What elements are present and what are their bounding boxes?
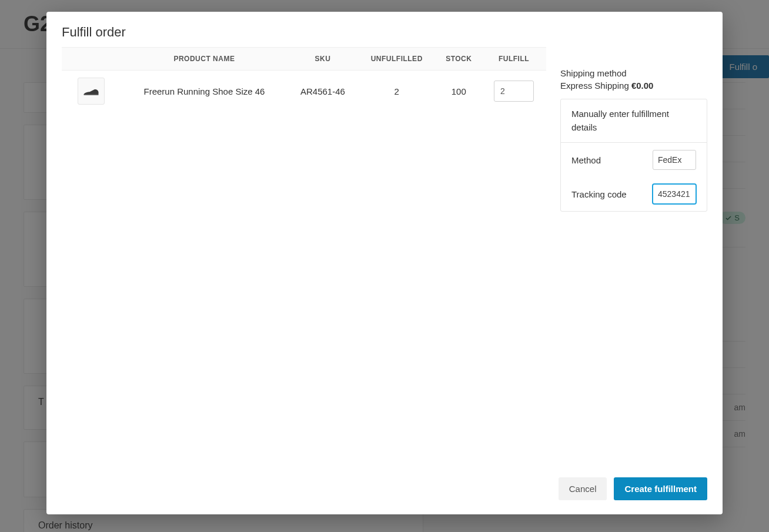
col-stock: STOCK <box>436 48 482 71</box>
col-image <box>62 48 121 71</box>
tracking-code-label: Tracking code <box>571 189 627 199</box>
method-field-label: Method <box>571 155 601 165</box>
tracking-code-input[interactable] <box>653 184 696 204</box>
col-fulfill: FULFILL <box>482 48 546 71</box>
fulfillment-details-header: Manually enter fulfillment details <box>561 99 707 143</box>
col-unfulfilled: UNFULFILLED <box>357 48 436 71</box>
shoe-icon <box>82 85 100 97</box>
product-thumbnail <box>78 78 105 105</box>
table-row: Freerun Running Shoe Size 46 AR4561-46 2… <box>62 71 546 112</box>
shipping-method-label: Shipping method <box>560 68 707 78</box>
create-fulfillment-button[interactable]: Create fulfillment <box>614 477 707 500</box>
col-product-name: PRODUCT NAME <box>121 48 288 71</box>
unfulfilled-cell: 2 <box>357 71 436 112</box>
fulfillment-details-card: Manually enter fulfillment details Metho… <box>560 99 707 212</box>
product-name-cell: Freerun Running Shoe Size 46 <box>121 71 288 112</box>
fulfill-order-modal: Fulfill order PRODUCT NAME SKU UNFULFILL… <box>46 12 723 514</box>
products-table: PRODUCT NAME SKU UNFULFILLED STOCK FULFI… <box>62 47 546 112</box>
cancel-button[interactable]: Cancel <box>559 477 607 500</box>
shipping-method-value: Express Shipping €0.00 <box>560 81 707 91</box>
modal-title: Fulfill order <box>46 12 723 47</box>
method-input[interactable] <box>653 150 696 170</box>
modal-overlay: Fulfill order PRODUCT NAME SKU UNFULFILL… <box>0 0 769 532</box>
col-sku: SKU <box>288 48 357 71</box>
fulfill-quantity-input[interactable] <box>494 81 534 102</box>
sku-cell: AR4561-46 <box>288 71 357 112</box>
stock-cell: 100 <box>436 71 482 112</box>
